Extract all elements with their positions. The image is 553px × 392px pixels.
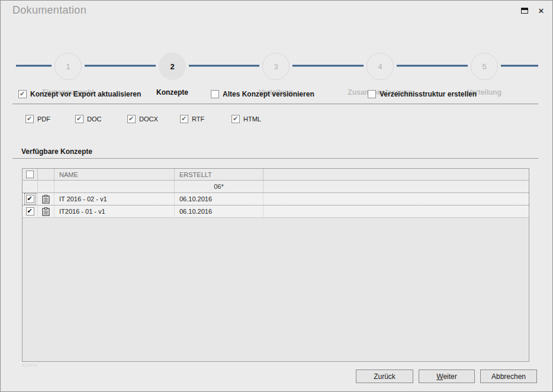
checkbox-label: PDF: [37, 115, 50, 123]
checkbox-icon: [232, 115, 240, 123]
column-header-erstellt[interactable]: ERSTELLT: [175, 169, 263, 180]
titlebar: Dokumentation ✕: [1, 1, 552, 20]
checkbox-icon: [75, 115, 83, 123]
close-icon: ✕: [538, 7, 545, 15]
concept-document-icon: [42, 195, 50, 204]
row-created: 06.10.2016: [175, 193, 263, 205]
row-select-cell[interactable]: [22, 193, 38, 205]
checkbox-icon: [25, 115, 34, 123]
checkbox-doc[interactable]: DOC: [75, 115, 101, 123]
table-row[interactable]: IT 2016 - 02 - v1 06.10.2016: [22, 192, 529, 205]
row-name: IT2016 - 01 - v1: [54, 205, 175, 217]
section-heading-verfuegbare-konzepte: Verfügbare Konzepte: [21, 147, 92, 156]
filter-cell: [263, 181, 529, 192]
window-title: Dokumentation: [12, 4, 86, 17]
checkbox-label: RTF: [192, 115, 204, 123]
separator: [12, 158, 538, 159]
checkbox-konzept-aktualisieren[interactable]: Konzept vor Export aktualisieren: [18, 90, 141, 98]
step-circle-3: 3: [262, 53, 290, 80]
checkbox-label: DOC: [87, 115, 101, 123]
table-row[interactable]: IT2016 - 01 - v1 06.10.2016: [22, 205, 529, 218]
next-button[interactable]: Weiter: [419, 369, 475, 383]
dokumentation-dialog: Dokumentation ✕ 1 2 3 4 5 Firmenauswahl …: [0, 0, 553, 392]
table-filter-row: 06*: [22, 181, 529, 193]
checkbox-icon: [127, 115, 136, 123]
row-created: 06.10.2016: [175, 205, 263, 217]
select-all-checkbox[interactable]: [26, 171, 34, 178]
step-circle-4: 4: [366, 53, 394, 80]
checkbox-icon: [211, 90, 219, 98]
checkbox-label: HTML: [243, 115, 261, 123]
column-header-name[interactable]: NAME: [54, 169, 175, 180]
filter-input-name[interactable]: [54, 181, 175, 192]
checkbox-verzeichnisstruktur[interactable]: Verzeichnisstruktur erstellen: [368, 90, 477, 98]
watermark: 4yssra: [22, 363, 38, 367]
checkbox-label: Konzept vor Export aktualisieren: [30, 90, 141, 98]
filter-cell[interactable]: [38, 181, 54, 192]
checkbox-label: Verzeichnisstruktur erstellen: [380, 90, 477, 98]
checkbox-docx[interactable]: DOCX: [127, 115, 158, 123]
wizard-stepper: 1 2 3 4 5 Firmenauswahl Konzepte Verteil…: [1, 24, 553, 81]
row-checkbox[interactable]: [26, 195, 34, 203]
row-icon-cell: [38, 193, 54, 205]
row-select-cell[interactable]: [22, 205, 38, 217]
checkbox-html[interactable]: HTML: [232, 115, 261, 123]
icon-column-header: [38, 169, 54, 180]
row-filler: [263, 205, 529, 217]
maximize-button[interactable]: [518, 6, 531, 15]
select-all-cell[interactable]: [22, 169, 38, 180]
step-circle-2: 2: [159, 53, 186, 80]
separator: [12, 104, 538, 104]
row-checkbox[interactable]: [26, 207, 34, 216]
checkbox-icon: [18, 90, 27, 98]
concept-document-icon: [42, 207, 50, 216]
checkbox-rtf[interactable]: RTF: [180, 115, 204, 123]
checkbox-icon: [180, 115, 188, 123]
row-icon-cell: [38, 205, 54, 217]
cancel-button[interactable]: Abbrechen: [480, 369, 537, 383]
row-filler: [263, 193, 529, 205]
table-header-row: NAME ERSTELLT: [22, 169, 529, 181]
column-header-filler: [263, 169, 529, 180]
checkbox-label: Altes Konzept versionieren: [223, 90, 314, 98]
step-circle-5: 5: [471, 53, 498, 80]
checkbox-label: DOCX: [139, 115, 158, 123]
row-name: IT 2016 - 02 - v1: [54, 193, 175, 205]
filter-cell[interactable]: [22, 181, 38, 192]
checkbox-icon: [368, 90, 376, 98]
checkbox-pdf[interactable]: PDF: [25, 115, 50, 123]
table-empty-area: [22, 218, 529, 361]
close-button[interactable]: ✕: [535, 6, 548, 15]
step-circle-1: 1: [54, 53, 82, 80]
maximize-icon: [521, 8, 528, 14]
filter-input-erstellt[interactable]: 06*: [175, 181, 263, 192]
back-button[interactable]: Zurück: [356, 369, 413, 383]
concepts-table: NAME ERSTELLT 06*: [22, 168, 529, 362]
checkbox-konzept-versionieren[interactable]: Altes Konzept versionieren: [211, 90, 314, 98]
